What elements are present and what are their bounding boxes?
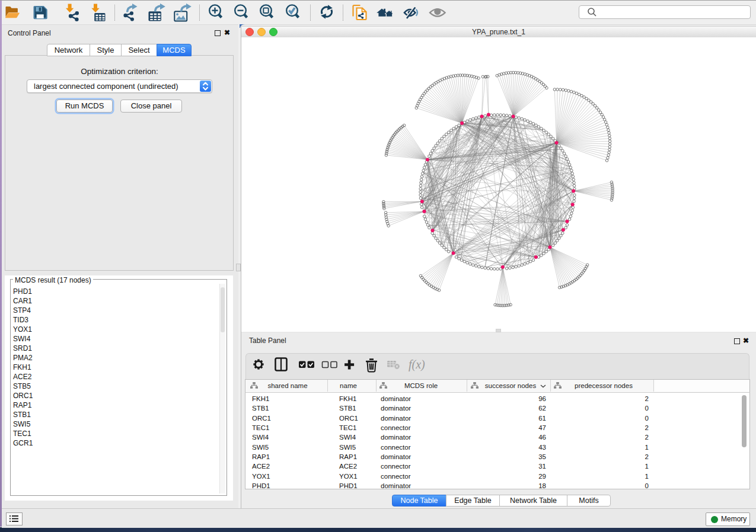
svg-text:f(x): f(x) [409,358,425,371]
